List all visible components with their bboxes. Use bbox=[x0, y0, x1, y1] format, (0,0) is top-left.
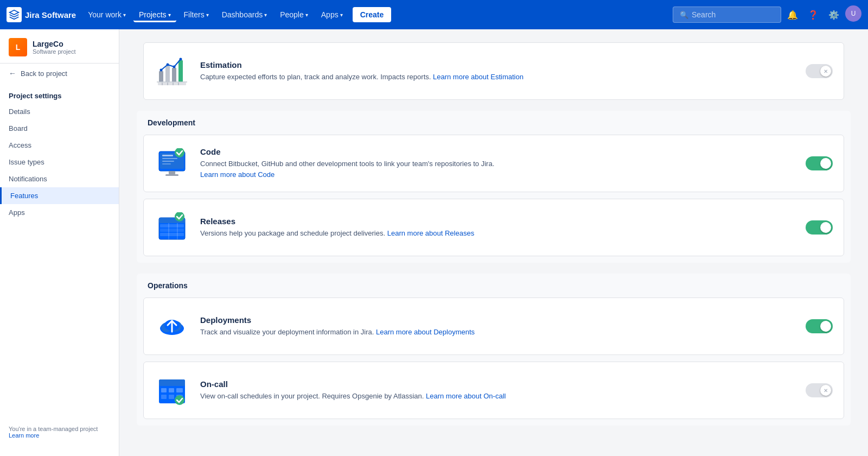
svg-point-6 bbox=[167, 64, 169, 66]
sidebar-item-board[interactable]: Board bbox=[0, 120, 119, 137]
svg-rect-20 bbox=[169, 171, 175, 174]
development-section-header: Development bbox=[137, 111, 851, 135]
sidebar-item-access[interactable]: Access bbox=[0, 137, 119, 154]
releases-title: Releases bbox=[200, 217, 795, 226]
estimation-learn-more-link[interactable]: Learn more about Estimation bbox=[433, 73, 524, 81]
estimation-toggle[interactable]: ✕ bbox=[806, 64, 833, 78]
deployments-toggle[interactable] bbox=[806, 319, 833, 333]
svg-rect-17 bbox=[162, 158, 177, 159]
nav-projects[interactable]: Projects ▾ bbox=[133, 7, 176, 22]
svg-rect-18 bbox=[162, 161, 174, 162]
back-arrow-icon: ← bbox=[9, 69, 16, 78]
help-button[interactable]: ❓ bbox=[804, 5, 822, 24]
search-input[interactable] bbox=[692, 10, 774, 19]
code-learn-more-link[interactable]: Learn more about Code bbox=[200, 170, 275, 179]
code-icon bbox=[155, 146, 189, 181]
code-card: Code Connect Bitbucket, GitHub and other… bbox=[143, 135, 844, 192]
development-section: Development bbox=[137, 111, 851, 263]
nav-apps[interactable]: Apps ▾ bbox=[316, 7, 348, 22]
code-title: Code bbox=[200, 147, 795, 156]
jira-logo-icon bbox=[7, 7, 22, 22]
svg-rect-0 bbox=[159, 71, 163, 82]
chevron-down-icon: ▾ bbox=[206, 12, 209, 18]
sidebar-project-header: L LargeCo Software project bbox=[0, 29, 119, 64]
settings-button[interactable]: ⚙️ bbox=[825, 5, 843, 24]
create-button[interactable]: Create bbox=[353, 7, 392, 22]
learn-more-link[interactable]: Learn more bbox=[9, 432, 39, 439]
svg-point-8 bbox=[180, 58, 182, 61]
svg-rect-38 bbox=[161, 388, 167, 392]
nav-filters[interactable]: Filters ▾ bbox=[178, 7, 214, 22]
search-box[interactable]: 🔍 bbox=[673, 7, 781, 23]
main-content: Estimation Capture expected efforts to p… bbox=[119, 29, 868, 456]
chevron-down-icon: ▾ bbox=[340, 12, 343, 18]
oncall-learn-more-link[interactable]: Learn more about On-call bbox=[426, 392, 506, 400]
releases-text: Releases Versions help you package and s… bbox=[200, 217, 795, 239]
nav-dashboards[interactable]: Dashboards ▾ bbox=[216, 7, 273, 22]
project-name: LargeCo bbox=[33, 40, 75, 48]
oncall-card: On-call View on-call schedules in your p… bbox=[143, 362, 844, 419]
svg-rect-25 bbox=[160, 224, 184, 227]
operations-section: Operations Deployments bbox=[137, 274, 851, 426]
page-wrapper: L LargeCo Software project ← Back to pro… bbox=[0, 29, 868, 456]
svg-rect-26 bbox=[160, 229, 184, 232]
deployments-learn-more-link[interactable]: Learn more about Deployments bbox=[376, 328, 475, 336]
top-navigation: Jira Software Your work ▾ Projects ▾ Fil… bbox=[0, 0, 868, 29]
code-toggle[interactable] bbox=[806, 156, 833, 170]
estimation-text: Estimation Capture expected efforts to p… bbox=[200, 60, 795, 83]
logo-text: Jira Software bbox=[25, 10, 76, 20]
jira-logo[interactable]: Jira Software bbox=[7, 7, 76, 22]
sidebar-item-features[interactable]: Features bbox=[0, 187, 119, 204]
svg-rect-42 bbox=[169, 395, 174, 399]
sidebar-footer: You're in a team-managed project Learn m… bbox=[0, 419, 119, 445]
svg-rect-3 bbox=[178, 60, 183, 82]
sidebar-section-title: Project settings bbox=[0, 83, 119, 103]
svg-point-5 bbox=[160, 69, 163, 72]
oncall-icon bbox=[155, 373, 189, 408]
sidebar-item-apps[interactable]: Apps bbox=[0, 204, 119, 221]
svg-rect-2 bbox=[172, 68, 176, 82]
chevron-down-icon: ▾ bbox=[123, 12, 126, 18]
sidebar-item-details[interactable]: Details bbox=[0, 103, 119, 120]
svg-point-7 bbox=[173, 66, 176, 68]
estimation-title: Estimation bbox=[200, 60, 795, 69]
search-icon: 🔍 bbox=[680, 11, 688, 19]
releases-icon bbox=[155, 210, 189, 245]
notifications-button[interactable]: 🔔 bbox=[783, 5, 802, 24]
sidebar-item-notifications[interactable]: Notifications bbox=[0, 170, 119, 187]
svg-rect-40 bbox=[176, 388, 183, 392]
chevron-down-icon: ▾ bbox=[305, 12, 308, 18]
deployments-text: Deployments Track and visualize your dep… bbox=[200, 315, 795, 338]
back-to-project-link[interactable]: ← Back to project bbox=[0, 64, 119, 83]
estimation-section: Estimation Capture expected efforts to p… bbox=[137, 42, 851, 100]
oncall-desc: View on-call schedules in your project. … bbox=[200, 391, 795, 402]
estimation-card: Estimation Capture expected efforts to p… bbox=[143, 42, 844, 100]
svg-rect-21 bbox=[165, 174, 178, 176]
releases-desc: Versions help you package and schedule p… bbox=[200, 228, 795, 239]
svg-rect-27 bbox=[160, 233, 184, 236]
releases-card: Releases Versions help you package and s… bbox=[143, 199, 844, 256]
sidebar: L LargeCo Software project ← Back to pro… bbox=[0, 29, 119, 456]
deployments-desc: Track and visualize your deployment info… bbox=[200, 327, 795, 338]
code-desc: Connect Bitbucket, GitHub and other deve… bbox=[200, 159, 795, 180]
releases-learn-more-link[interactable]: Learn more about Releases bbox=[387, 229, 474, 237]
chevron-down-icon: ▾ bbox=[168, 12, 171, 18]
svg-point-44 bbox=[175, 395, 184, 405]
user-avatar[interactable]: U bbox=[845, 5, 861, 22]
estimation-icon bbox=[155, 54, 189, 88]
operations-section-header: Operations bbox=[137, 274, 851, 297]
deployments-icon bbox=[155, 309, 189, 344]
sidebar-item-issue-types[interactable]: Issue types bbox=[0, 154, 119, 170]
svg-rect-19 bbox=[162, 163, 171, 164]
topnav-icon-group: 🔔 ❓ ⚙️ U bbox=[783, 5, 861, 24]
deployments-title: Deployments bbox=[200, 315, 795, 325]
oncall-title: On-call bbox=[200, 379, 795, 389]
nav-people[interactable]: People ▾ bbox=[275, 7, 314, 22]
svg-rect-1 bbox=[165, 66, 170, 82]
nav-your-work[interactable]: Your work ▾ bbox=[82, 7, 131, 22]
code-text: Code Connect Bitbucket, GitHub and other… bbox=[200, 147, 795, 180]
oncall-text: On-call View on-call schedules in your p… bbox=[200, 379, 795, 402]
project-type: Software project bbox=[33, 48, 75, 55]
oncall-toggle[interactable]: ✕ bbox=[806, 383, 833, 397]
releases-toggle[interactable] bbox=[806, 220, 833, 235]
